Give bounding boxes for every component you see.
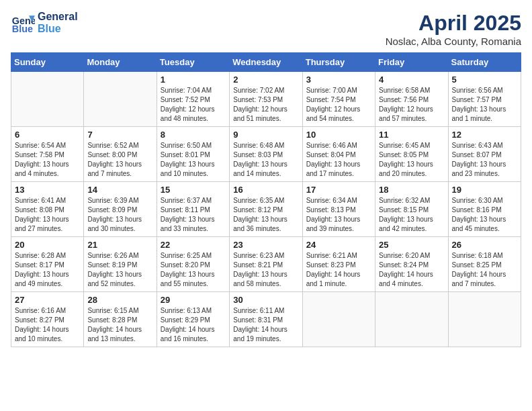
day-number: 8 [161, 130, 226, 140]
day-number: 6 [15, 130, 80, 140]
calendar-cell: 16Sunrise: 6:35 AM Sunset: 8:12 PM Dayli… [230, 182, 302, 237]
calendar-cell: 22Sunrise: 6:25 AM Sunset: 8:20 PM Dayli… [157, 237, 229, 292]
day-number: 25 [379, 240, 444, 250]
calendar-cell: 4Sunrise: 6:58 AM Sunset: 7:56 PM Daylig… [375, 72, 448, 127]
day-number: 30 [233, 295, 298, 305]
day-info: Sunrise: 6:20 AM Sunset: 8:24 PM Dayligh… [379, 251, 444, 289]
day-number: 26 [452, 240, 517, 250]
calendar-cell: 9Sunrise: 6:48 AM Sunset: 8:03 PM Daylig… [230, 127, 302, 182]
day-number: 2 [233, 75, 298, 85]
day-info: Sunrise: 7:00 AM Sunset: 7:54 PM Dayligh… [306, 86, 371, 124]
calendar-cell: 29Sunrise: 6:13 AM Sunset: 8:29 PM Dayli… [157, 292, 229, 347]
month-title: April 2025 [386, 11, 521, 36]
day-info: Sunrise: 6:30 AM Sunset: 8:16 PM Dayligh… [452, 196, 517, 234]
calendar-cell: 7Sunrise: 6:52 AM Sunset: 8:00 PM Daylig… [84, 127, 157, 182]
weekday-header-thursday: Thursday [302, 53, 375, 72]
day-number: 12 [452, 130, 517, 140]
day-info: Sunrise: 6:48 AM Sunset: 8:03 PM Dayligh… [233, 141, 298, 179]
day-info: Sunrise: 6:50 AM Sunset: 8:01 PM Dayligh… [161, 141, 226, 179]
day-number: 23 [233, 240, 298, 250]
day-info: Sunrise: 6:25 AM Sunset: 8:20 PM Dayligh… [161, 251, 226, 289]
day-number: 14 [87, 185, 152, 195]
day-info: Sunrise: 6:35 AM Sunset: 8:12 PM Dayligh… [233, 196, 298, 234]
day-info: Sunrise: 6:52 AM Sunset: 8:00 PM Dayligh… [87, 141, 152, 179]
page-header: General Blue General Blue April 2025 Nos… [11, 11, 521, 47]
weekday-header-row: SundayMondayTuesdayWednesdayThursdayFrid… [11, 53, 521, 72]
location: Noslac, Alba County, Romania [386, 36, 521, 47]
day-number: 5 [452, 75, 517, 85]
calendar-cell: 11Sunrise: 6:45 AM Sunset: 8:05 PM Dayli… [375, 127, 448, 182]
day-number: 1 [161, 75, 226, 85]
calendar-cell [375, 292, 448, 347]
day-number: 11 [379, 130, 444, 140]
day-number: 21 [87, 240, 152, 250]
calendar-cell: 3Sunrise: 7:00 AM Sunset: 7:54 PM Daylig… [302, 72, 375, 127]
calendar-cell: 20Sunrise: 6:28 AM Sunset: 8:17 PM Dayli… [11, 237, 84, 292]
day-number: 7 [87, 130, 152, 140]
day-number: 3 [306, 75, 371, 85]
day-info: Sunrise: 6:32 AM Sunset: 8:15 PM Dayligh… [379, 196, 444, 234]
week-row-3: 13Sunrise: 6:41 AM Sunset: 8:08 PM Dayli… [11, 182, 521, 237]
calendar-cell: 14Sunrise: 6:39 AM Sunset: 8:09 PM Dayli… [84, 182, 157, 237]
calendar-cell [11, 72, 84, 127]
calendar-cell: 24Sunrise: 6:21 AM Sunset: 8:23 PM Dayli… [302, 237, 375, 292]
calendar-cell: 10Sunrise: 6:46 AM Sunset: 8:04 PM Dayli… [302, 127, 375, 182]
calendar-cell: 27Sunrise: 6:16 AM Sunset: 8:27 PM Dayli… [11, 292, 84, 347]
calendar-cell: 1Sunrise: 7:04 AM Sunset: 7:52 PM Daylig… [157, 72, 229, 127]
calendar-cell: 17Sunrise: 6:34 AM Sunset: 8:13 PM Dayli… [302, 182, 375, 237]
week-row-5: 27Sunrise: 6:16 AM Sunset: 8:27 PM Dayli… [11, 292, 521, 347]
calendar-cell [84, 72, 157, 127]
title-section: April 2025 Noslac, Alba County, Romania [386, 11, 521, 47]
calendar-cell: 2Sunrise: 7:02 AM Sunset: 7:53 PM Daylig… [230, 72, 302, 127]
day-info: Sunrise: 6:13 AM Sunset: 8:29 PM Dayligh… [161, 306, 226, 344]
day-number: 15 [161, 185, 226, 195]
day-info: Sunrise: 6:54 AM Sunset: 7:58 PM Dayligh… [15, 141, 80, 179]
day-info: Sunrise: 6:11 AM Sunset: 8:31 PM Dayligh… [233, 306, 298, 344]
calendar-cell: 12Sunrise: 6:43 AM Sunset: 8:07 PM Dayli… [448, 127, 521, 182]
day-info: Sunrise: 6:45 AM Sunset: 8:05 PM Dayligh… [379, 141, 444, 179]
calendar-cell: 26Sunrise: 6:18 AM Sunset: 8:25 PM Dayli… [448, 237, 521, 292]
day-number: 20 [15, 240, 80, 250]
logo-blue: Blue [38, 23, 78, 35]
day-number: 13 [15, 185, 80, 195]
day-info: Sunrise: 6:23 AM Sunset: 8:21 PM Dayligh… [233, 251, 298, 289]
calendar-cell: 25Sunrise: 6:20 AM Sunset: 8:24 PM Dayli… [375, 237, 448, 292]
calendar-cell: 8Sunrise: 6:50 AM Sunset: 8:01 PM Daylig… [157, 127, 229, 182]
calendar-table: SundayMondayTuesdayWednesdayThursdayFrid… [11, 52, 521, 347]
day-number: 9 [233, 130, 298, 140]
day-info: Sunrise: 7:04 AM Sunset: 7:52 PM Dayligh… [161, 86, 226, 124]
calendar-cell: 6Sunrise: 6:54 AM Sunset: 7:58 PM Daylig… [11, 127, 84, 182]
day-number: 17 [306, 185, 371, 195]
calendar-cell: 28Sunrise: 6:15 AM Sunset: 8:28 PM Dayli… [84, 292, 157, 347]
week-row-2: 6Sunrise: 6:54 AM Sunset: 7:58 PM Daylig… [11, 127, 521, 182]
logo: General Blue General Blue [11, 11, 78, 35]
calendar-cell: 5Sunrise: 6:56 AM Sunset: 7:57 PM Daylig… [448, 72, 521, 127]
week-row-4: 20Sunrise: 6:28 AM Sunset: 8:17 PM Dayli… [11, 237, 521, 292]
day-info: Sunrise: 6:28 AM Sunset: 8:17 PM Dayligh… [15, 251, 80, 289]
logo-general: General [38, 11, 78, 23]
calendar-cell [448, 292, 521, 347]
day-number: 10 [306, 130, 371, 140]
day-info: Sunrise: 6:21 AM Sunset: 8:23 PM Dayligh… [306, 251, 371, 289]
logo-icon: General Blue [11, 11, 35, 35]
svg-text:Blue: Blue [12, 24, 33, 34]
weekday-header-tuesday: Tuesday [157, 53, 229, 72]
day-number: 4 [379, 75, 444, 85]
day-number: 27 [15, 295, 80, 305]
day-info: Sunrise: 6:15 AM Sunset: 8:28 PM Dayligh… [87, 306, 152, 344]
day-info: Sunrise: 6:39 AM Sunset: 8:09 PM Dayligh… [87, 196, 152, 234]
calendar-cell: 13Sunrise: 6:41 AM Sunset: 8:08 PM Dayli… [11, 182, 84, 237]
day-number: 24 [306, 240, 371, 250]
calendar-cell: 15Sunrise: 6:37 AM Sunset: 8:11 PM Dayli… [157, 182, 229, 237]
calendar-cell: 21Sunrise: 6:26 AM Sunset: 8:19 PM Dayli… [84, 237, 157, 292]
weekday-header-wednesday: Wednesday [230, 53, 302, 72]
day-info: Sunrise: 6:58 AM Sunset: 7:56 PM Dayligh… [379, 86, 444, 124]
weekday-header-sunday: Sunday [11, 53, 84, 72]
day-info: Sunrise: 7:02 AM Sunset: 7:53 PM Dayligh… [233, 86, 298, 124]
calendar-cell [302, 292, 375, 347]
day-number: 28 [87, 295, 152, 305]
day-info: Sunrise: 6:37 AM Sunset: 8:11 PM Dayligh… [161, 196, 226, 234]
day-info: Sunrise: 6:26 AM Sunset: 8:19 PM Dayligh… [87, 251, 152, 289]
calendar-cell: 19Sunrise: 6:30 AM Sunset: 8:16 PM Dayli… [448, 182, 521, 237]
weekday-header-monday: Monday [84, 53, 157, 72]
